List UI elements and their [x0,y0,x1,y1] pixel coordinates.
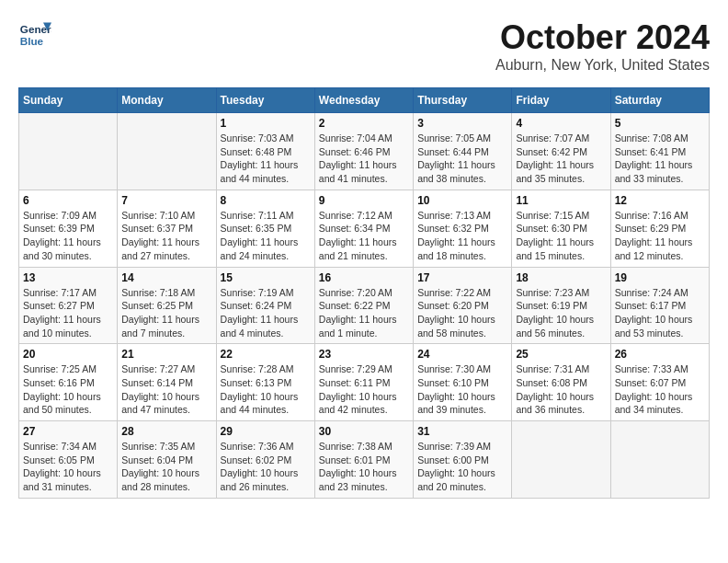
sunrise-text: Sunrise: 7:07 AM [516,132,606,145]
day-number: 8 [221,194,311,207]
calendar-cell: 4Sunrise: 7:07 AMSunset: 6:42 PMDaylight… [512,113,610,190]
sunset-text: Sunset: 6:27 PM [23,299,113,313]
day-number: 11 [516,194,606,207]
day-number: 17 [417,271,507,284]
daylight-text: Daylight: 11 hours and 35 minutes. [516,158,606,185]
calendar-cell: 26Sunrise: 7:33 AMSunset: 6:07 PMDayligh… [610,344,709,421]
calendar-cell: 19Sunrise: 7:24 AMSunset: 6:17 PMDayligh… [610,267,709,344]
daylight-text: Daylight: 11 hours and 21 minutes. [319,236,409,262]
calendar-cell: 23Sunrise: 7:29 AMSunset: 6:11 PMDayligh… [314,344,413,421]
day-info: Sunrise: 7:33 AMSunset: 6:07 PMDaylight:… [615,362,705,417]
daylight-text: Daylight: 10 hours and 36 minutes. [516,390,606,417]
sunset-text: Sunset: 6:04 PM [121,454,211,467]
sunset-text: Sunset: 6:20 PM [417,299,507,313]
title-block: October 2024 Auburn, New York, United St… [495,18,710,74]
day-number: 16 [319,271,409,284]
day-info: Sunrise: 7:30 AMSunset: 6:10 PMDaylight:… [417,362,507,417]
calendar-cell: 22Sunrise: 7:28 AMSunset: 6:13 PMDayligh… [216,344,314,421]
sunset-text: Sunset: 6:11 PM [319,376,409,390]
day-number: 4 [516,117,606,130]
sunset-text: Sunset: 6:34 PM [319,222,409,236]
sunset-text: Sunset: 6:46 PM [319,145,409,159]
sunset-text: Sunset: 6:16 PM [23,376,113,390]
sunset-text: Sunset: 6:08 PM [516,376,606,390]
sunrise-text: Sunrise: 7:34 AM [23,440,113,454]
calendar-week-3: 13Sunrise: 7:17 AMSunset: 6:27 PMDayligh… [19,267,710,344]
page-header: General Blue General Blue October 2024 A… [18,18,710,74]
daylight-text: Daylight: 11 hours and 33 minutes. [615,158,705,185]
calendar-week-4: 20Sunrise: 7:25 AMSunset: 6:16 PMDayligh… [19,344,710,421]
daylight-text: Daylight: 11 hours and 10 minutes. [23,313,113,339]
daylight-text: Daylight: 10 hours and 53 minutes. [615,313,705,339]
day-number: 19 [615,271,705,284]
sunset-text: Sunset: 6:29 PM [615,222,705,236]
sunrise-text: Sunrise: 7:13 AM [417,209,507,223]
weekday-tuesday: Tuesday [216,88,314,113]
sunrise-text: Sunrise: 7:11 AM [221,209,311,223]
calendar-cell [610,421,709,499]
calendar-cell: 5Sunrise: 7:08 AMSunset: 6:41 PMDaylight… [610,113,709,190]
sunrise-text: Sunrise: 7:39 AM [417,440,507,454]
day-info: Sunrise: 7:18 AMSunset: 6:25 PMDaylight:… [121,286,211,340]
calendar-week-1: 1Sunrise: 7:03 AMSunset: 6:48 PMDaylight… [19,113,710,190]
day-number: 7 [121,194,211,207]
day-info: Sunrise: 7:22 AMSunset: 6:20 PMDaylight:… [417,286,507,340]
sunrise-text: Sunrise: 7:09 AM [23,209,113,223]
daylight-text: Daylight: 11 hours and 44 minutes. [221,158,311,185]
sunset-text: Sunset: 6:25 PM [121,299,211,313]
sunrise-text: Sunrise: 7:20 AM [319,286,409,300]
sunset-text: Sunset: 6:13 PM [221,376,311,390]
sunrise-text: Sunrise: 7:04 AM [319,132,409,145]
day-info: Sunrise: 7:38 AMSunset: 6:01 PMDaylight:… [319,440,409,494]
calendar-cell [118,113,216,190]
weekday-thursday: Thursday [414,88,512,113]
day-number: 15 [221,271,311,284]
sunrise-text: Sunrise: 7:23 AM [516,286,606,300]
day-info: Sunrise: 7:36 AMSunset: 6:02 PMDaylight:… [221,440,311,494]
day-number: 27 [23,425,113,438]
calendar-cell: 3Sunrise: 7:05 AMSunset: 6:44 PMDaylight… [414,113,512,190]
day-number: 20 [23,348,113,361]
daylight-text: Daylight: 11 hours and 30 minutes. [23,236,113,262]
calendar-cell: 9Sunrise: 7:12 AMSunset: 6:34 PMDaylight… [314,190,413,267]
calendar-cell: 29Sunrise: 7:36 AMSunset: 6:02 PMDayligh… [216,421,314,499]
sunrise-text: Sunrise: 7:29 AM [319,362,409,376]
calendar-cell: 8Sunrise: 7:11 AMSunset: 6:35 PMDaylight… [216,190,314,267]
sunset-text: Sunset: 6:48 PM [221,145,311,159]
calendar-body: 1Sunrise: 7:03 AMSunset: 6:48 PMDaylight… [19,113,710,499]
day-number: 5 [615,117,705,130]
calendar-cell: 31Sunrise: 7:39 AMSunset: 6:00 PMDayligh… [414,421,512,499]
day-info: Sunrise: 7:07 AMSunset: 6:42 PMDaylight:… [516,132,606,186]
day-number: 31 [417,425,507,438]
calendar-week-5: 27Sunrise: 7:34 AMSunset: 6:05 PMDayligh… [19,421,710,499]
calendar-cell: 21Sunrise: 7:27 AMSunset: 6:14 PMDayligh… [118,344,216,421]
calendar-cell: 10Sunrise: 7:13 AMSunset: 6:32 PMDayligh… [414,190,512,267]
daylight-text: Daylight: 11 hours and 15 minutes. [516,236,606,262]
sunset-text: Sunset: 6:19 PM [516,299,606,313]
day-number: 14 [121,271,211,284]
sunset-text: Sunset: 6:44 PM [417,145,507,159]
sunset-text: Sunset: 6:30 PM [516,222,606,236]
calendar-cell: 27Sunrise: 7:34 AMSunset: 6:05 PMDayligh… [19,421,118,499]
daylight-text: Daylight: 11 hours and 18 minutes. [417,236,507,262]
sunrise-text: Sunrise: 7:28 AM [221,362,311,376]
weekday-monday: Monday [118,88,216,113]
sunset-text: Sunset: 6:42 PM [516,145,606,159]
calendar-cell: 24Sunrise: 7:30 AMSunset: 6:10 PMDayligh… [414,344,512,421]
calendar-cell [512,421,610,499]
logo-icon: General Blue [18,18,51,52]
weekday-saturday: Saturday [610,88,709,113]
sunrise-text: Sunrise: 7:17 AM [23,286,113,300]
sunrise-text: Sunrise: 7:35 AM [121,440,211,454]
day-number: 9 [319,194,409,207]
daylight-text: Daylight: 10 hours and 20 minutes. [417,466,507,493]
calendar-cell: 18Sunrise: 7:23 AMSunset: 6:19 PMDayligh… [512,267,610,344]
daylight-text: Daylight: 10 hours and 58 minutes. [417,313,507,339]
sunset-text: Sunset: 6:39 PM [23,222,113,236]
sunrise-text: Sunrise: 7:22 AM [417,286,507,300]
sunset-text: Sunset: 6:41 PM [615,145,705,159]
sunset-text: Sunset: 6:22 PM [319,299,409,313]
sunset-text: Sunset: 6:05 PM [23,454,113,467]
calendar-cell: 7Sunrise: 7:10 AMSunset: 6:37 PMDaylight… [118,190,216,267]
calendar-cell: 11Sunrise: 7:15 AMSunset: 6:30 PMDayligh… [512,190,610,267]
